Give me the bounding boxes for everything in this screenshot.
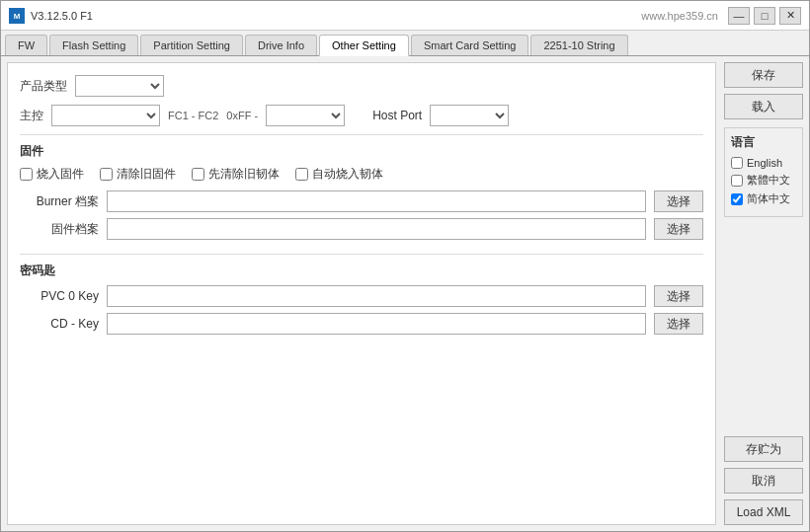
firmware-file-row: 固件档案 选择	[20, 218, 703, 240]
maximize-button[interactable]: □	[754, 7, 775, 25]
tab-partition[interactable]: Partition Setting	[140, 35, 243, 55]
burn-fw-label: 烧入固件	[37, 166, 84, 183]
main-window: M V3.12.5.0 F1 www.hpe359.cn — □ ✕ FW Fl…	[0, 0, 810, 532]
save-button[interactable]: 保存	[724, 62, 803, 88]
clear-old-fw-checkbox[interactable]	[100, 168, 113, 181]
host-port-label: Host Port	[372, 109, 422, 122]
fc-separator: FC1 - FC2	[168, 110, 218, 121]
window-title: V3.12.5.0 F1	[31, 10, 641, 22]
fc-select[interactable]	[266, 105, 345, 126]
pvc-key-row: PVC 0 Key 选择	[20, 285, 703, 307]
password-section: 密码匙 PVC 0 Key 选择 CD - Key 选择	[20, 263, 703, 335]
hex-prefix: 0xFF -	[226, 110, 258, 121]
product-type-select[interactable]	[75, 75, 164, 97]
firmware-checkboxes: 烧入固件 清除旧固件 先清除旧韧体 自动烧入韧体	[20, 166, 703, 183]
sidebar-spacer	[724, 223, 805, 430]
tab-other[interactable]: Other Setting	[319, 35, 409, 56]
clear-old-fw-checkbox-item: 清除旧固件	[100, 166, 176, 183]
auto-burn-media-checkbox[interactable]	[295, 168, 308, 181]
firmware-file-input[interactable]	[107, 218, 646, 240]
host-port-select[interactable]	[430, 105, 509, 126]
title-bar: M V3.12.5.0 F1 www.hpe359.cn — □ ✕	[1, 1, 809, 31]
tab-bar: FW Flash Setting Partition Setting Drive…	[1, 31, 809, 56]
load-button[interactable]: 载入	[724, 94, 803, 119]
window-controls: — □ ✕	[728, 7, 801, 25]
auto-burn-media-checkbox-item: 自动烧入韧体	[295, 166, 383, 183]
auto-burn-media-label: 自动烧入韧体	[312, 166, 383, 183]
cancel-button[interactable]: 取消	[724, 468, 803, 494]
firmware-file-select-button[interactable]: 选择	[654, 218, 703, 240]
firmware-title: 固件	[20, 143, 703, 160]
lang-simplified-chinese-checkbox[interactable]	[731, 193, 743, 205]
app-icon: M	[9, 8, 25, 24]
clear-old-media-label: 先清除旧韧体	[208, 166, 280, 183]
burner-file-input[interactable]	[107, 190, 646, 212]
lang-traditional-chinese-label: 繁體中文	[747, 173, 790, 188]
divider-1	[20, 134, 703, 135]
cd-key-input[interactable]	[107, 313, 646, 335]
lang-traditional-chinese-item: 繁體中文	[731, 173, 796, 188]
language-title: 语言	[731, 134, 796, 151]
password-title: 密码匙	[20, 263, 703, 279]
controller-row: 主控 FC1 - FC2 0xFF - Host Port	[20, 105, 703, 126]
pvc-key-label: PVC 0 Key	[20, 289, 99, 303]
svg-text:M: M	[14, 12, 21, 21]
controller-select[interactable]	[51, 105, 160, 126]
burn-fw-checkbox-item: 烧入固件	[20, 166, 84, 183]
pvc-key-input[interactable]	[107, 285, 646, 307]
lang-traditional-chinese-checkbox[interactable]	[731, 175, 743, 187]
cd-key-row: CD - Key 选择	[20, 313, 703, 335]
firmware-file-label: 固件档案	[20, 221, 99, 238]
clear-old-media-checkbox-item: 先清除旧韧体	[192, 166, 280, 183]
tab-fw[interactable]: FW	[5, 35, 47, 55]
tab-driveinfo[interactable]: Drive Info	[245, 35, 317, 55]
product-type-row: 产品类型	[20, 75, 703, 97]
lang-simplified-chinese-label: 简体中文	[747, 191, 790, 206]
lang-english-checkbox[interactable]	[731, 157, 743, 169]
main-content: 产品类型 主控 FC1 - FC2 0xFF - Host Port	[1, 56, 809, 531]
burner-file-select-button[interactable]: 选择	[654, 190, 703, 212]
burner-file-label: Burner 档案	[20, 193, 99, 210]
controller-label: 主控	[20, 108, 43, 124]
cd-key-label: CD - Key	[20, 317, 99, 331]
clear-old-fw-label: 清除旧固件	[117, 166, 176, 183]
lang-english-item: English	[731, 157, 796, 169]
clear-old-media-checkbox[interactable]	[192, 168, 204, 181]
language-box: 语言 English 繁體中文 简体中文	[724, 127, 803, 217]
content-panel: 产品类型 主控 FC1 - FC2 0xFF - Host Port	[7, 62, 716, 525]
cd-key-select-button[interactable]: 选择	[654, 313, 703, 335]
firmware-section: 固件 烧入固件 清除旧固件 先清除旧韧体	[20, 143, 703, 240]
lang-english-label: English	[747, 157, 782, 169]
lang-simplified-chinese-item: 简体中文	[731, 191, 796, 206]
burner-file-row: Burner 档案 选择	[20, 190, 703, 212]
watermark: www.hpe359.cn	[641, 10, 718, 22]
burn-fw-checkbox[interactable]	[20, 168, 33, 181]
save-as-button[interactable]: 存贮为	[724, 436, 803, 462]
tab-string2251[interactable]: 2251-10 String	[530, 35, 627, 55]
pvc-key-select-button[interactable]: 选择	[654, 285, 703, 307]
tab-flash[interactable]: Flash Setting	[49, 35, 138, 55]
tab-smartcard[interactable]: Smart Card Setting	[411, 35, 529, 55]
divider-2	[20, 254, 703, 255]
sidebar: 保存 载入 语言 English 繁體中文 简体中文 存贮为 取消	[720, 56, 809, 531]
minimize-button[interactable]: —	[728, 7, 750, 25]
product-type-label: 产品类型	[20, 78, 67, 95]
load-xml-button[interactable]: Load XML	[724, 499, 803, 525]
close-button[interactable]: ✕	[779, 7, 801, 25]
